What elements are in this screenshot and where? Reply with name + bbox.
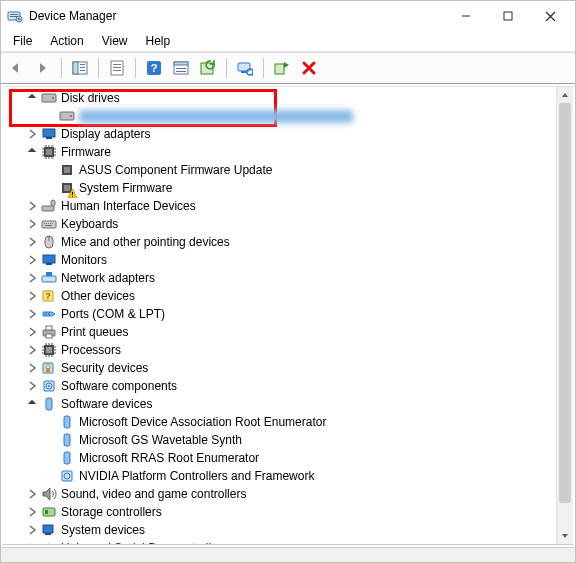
chevron-right-icon[interactable] (25, 361, 39, 375)
chevron-right-icon[interactable] (25, 199, 39, 213)
chevron-right-icon[interactable] (25, 307, 39, 321)
node-monitors[interactable]: Monitors (7, 251, 573, 269)
node-ms-rras-root[interactable]: Microsoft RRAS Root Enumerator (7, 449, 573, 467)
toolbar: ? (1, 55, 575, 81)
label: Microsoft Device Association Root Enumer… (79, 416, 326, 429)
label: Sound, video and game controllers (61, 488, 246, 501)
label: Monitors (61, 254, 107, 267)
svg-rect-12 (113, 67, 121, 68)
chevron-right-icon[interactable] (25, 325, 39, 339)
label: Storage controllers (61, 506, 162, 519)
properties-button[interactable] (106, 57, 128, 79)
storage-controller-icon (41, 504, 57, 520)
chevron-right-icon[interactable] (25, 541, 39, 545)
maximize-button[interactable] (487, 2, 529, 30)
svg-rect-11 (113, 64, 121, 65)
enable-device-button[interactable] (271, 57, 293, 79)
node-firmware-asus[interactable]: ASUS Component Firmware Update (7, 161, 573, 179)
chevron-right-icon[interactable] (25, 253, 39, 267)
node-software-components[interactable]: Software components (7, 377, 573, 395)
scan-hardware-button[interactable] (234, 57, 256, 79)
chevron-right-icon[interactable] (25, 343, 39, 357)
node-processors[interactable]: Processors (7, 341, 573, 359)
svg-rect-75 (45, 510, 48, 514)
printer-icon (41, 324, 57, 340)
action-list-button[interactable] (170, 57, 192, 79)
chevron-down-icon[interactable] (25, 397, 39, 411)
node-usb-controllers[interactable]: Universal Serial Bus controllers (7, 539, 573, 545)
device-tree[interactable]: Disk drives SAMSUNG MZVL21T0HBLU-00B00 D… (3, 87, 573, 545)
label: Firmware (61, 146, 111, 159)
firmware-icon (59, 162, 75, 178)
window-title: Device Manager (29, 9, 445, 23)
chevron-right-icon[interactable] (25, 379, 39, 393)
chevron-down-icon[interactable] (25, 145, 39, 159)
node-firmware-system[interactable]: System Firmware (7, 179, 573, 197)
uninstall-device-button[interactable] (298, 57, 320, 79)
minimize-button[interactable] (445, 2, 487, 30)
chevron-right-icon[interactable] (25, 127, 39, 141)
node-disk-drives[interactable]: Disk drives (7, 89, 573, 107)
node-mice[interactable]: Mice and other pointing devices (7, 233, 573, 251)
node-keyboards[interactable]: Keyboards (7, 215, 573, 233)
node-security-devices[interactable]: Security devices (7, 359, 573, 377)
scroll-up-button[interactable] (557, 87, 573, 103)
label: Display adapters (61, 128, 150, 141)
node-firmware[interactable]: Firmware (7, 143, 573, 161)
svg-text:?: ? (45, 291, 51, 301)
menubar: File Action View Help (1, 31, 575, 52)
chevron-right-icon[interactable] (25, 217, 39, 231)
node-print-queues[interactable]: Print queues (7, 323, 573, 341)
back-button[interactable] (5, 57, 27, 79)
label: Print queues (61, 326, 128, 339)
chevron-right-icon[interactable] (25, 289, 39, 303)
label: NVIDIA Platform Controllers and Framewor… (79, 470, 314, 483)
other-devices-icon: ? (41, 288, 57, 304)
menu-help[interactable]: Help (138, 32, 179, 50)
chevron-right-icon[interactable] (25, 271, 39, 285)
node-disk-drive-item[interactable]: SAMSUNG MZVL21T0HBLU-00B00 (7, 107, 573, 125)
status-bar (1, 547, 575, 562)
show-hide-console-tree-button[interactable] (69, 57, 91, 79)
help-button[interactable]: ? (143, 57, 165, 79)
node-storage-controllers[interactable]: Storage controllers (7, 503, 573, 521)
label: Microsoft RRAS Root Enumerator (79, 452, 259, 465)
vertical-scrollbar[interactable] (556, 87, 573, 544)
node-network-adapters[interactable]: Network adapters (7, 269, 573, 287)
svg-rect-17 (174, 62, 188, 65)
node-ms-gs-wavetable[interactable]: Microsoft GS Wavetable Synth (7, 431, 573, 449)
node-sound-video-game[interactable]: Sound, video and game controllers (7, 485, 573, 503)
node-software-devices[interactable]: Software devices (7, 395, 573, 413)
node-ms-device-assoc-root[interactable]: Microsoft Device Association Root Enumer… (7, 413, 573, 431)
menu-file[interactable]: File (5, 32, 40, 50)
node-other-devices[interactable]: ? Other devices (7, 287, 573, 305)
svg-rect-60 (46, 334, 52, 338)
scroll-thumb[interactable] (559, 103, 571, 503)
chevron-down-icon[interactable] (25, 91, 39, 105)
scroll-track[interactable] (557, 103, 573, 528)
close-button[interactable] (529, 2, 571, 30)
node-display-adapters[interactable]: Display adapters (7, 125, 573, 143)
scroll-down-button[interactable] (557, 528, 573, 544)
node-nvidia-platform[interactable]: NVIDIA Platform Controllers and Framewor… (7, 467, 573, 485)
node-hid[interactable]: Human Interface Devices (7, 197, 573, 215)
svg-rect-64 (46, 368, 50, 372)
node-ports[interactable]: Ports (COM & LPT) (7, 305, 573, 323)
software-device-icon (59, 414, 75, 430)
label: Software components (61, 380, 177, 393)
update-driver-button[interactable] (197, 57, 219, 79)
chevron-right-icon[interactable] (25, 505, 39, 519)
svg-rect-18 (176, 68, 186, 69)
label: Software devices (61, 398, 152, 411)
svg-rect-50 (43, 255, 55, 263)
forward-button[interactable] (32, 57, 54, 79)
chevron-right-icon[interactable] (25, 523, 39, 537)
node-system-devices[interactable]: System devices (7, 521, 573, 539)
titlebar: Device Manager (1, 1, 575, 31)
menu-view[interactable]: View (94, 32, 136, 50)
toolbar-container: ? (1, 52, 575, 84)
ports-icon (41, 306, 57, 322)
chevron-right-icon[interactable] (25, 235, 39, 249)
chevron-right-icon[interactable] (25, 487, 39, 501)
menu-action[interactable]: Action (42, 32, 91, 50)
